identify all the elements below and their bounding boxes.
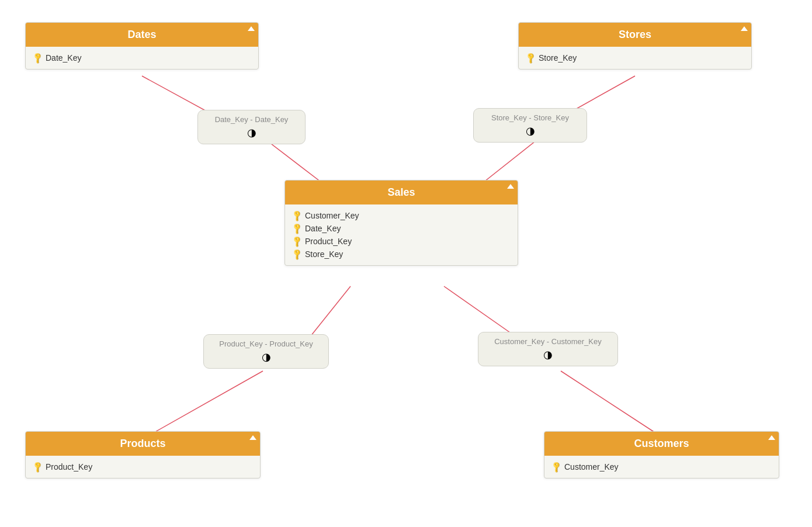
sales-productkey-label: Product_Key — [305, 237, 352, 246]
dates-field-datekey: 🔑 Date_Key — [33, 51, 251, 64]
productkey-relation-text: Product_Key - Product_Key — [213, 339, 319, 348]
products-table[interactable]: Products 🔑 Product_Key — [25, 431, 261, 479]
productkey-relation-label[interactable]: Product_Key - Product_Key ◑ — [203, 334, 329, 369]
key-icon: 🔑 — [550, 460, 563, 473]
sales-storekey-label: Store_Key — [305, 249, 343, 259]
sales-table[interactable]: Sales 🔑 Customer_Key 🔑 Date_Key 🔑 Produc… — [284, 180, 518, 266]
customers-table-header: Customers — [544, 432, 779, 456]
stores-table-header: Stores — [519, 23, 751, 47]
products-field-productkey: 🔑 Product_Key — [33, 460, 253, 473]
datekey-relation-text: Date_Key - Date_Key — [207, 115, 296, 124]
customerkey-relation-label[interactable]: Customer_Key - Customer_Key ◑ — [478, 332, 618, 366]
stores-title: Stores — [619, 29, 651, 40]
svg-line-6 — [146, 371, 263, 437]
key-icon: 🔑 — [524, 51, 537, 64]
diagram-container: Dates 🔑 Date_Key Stores 🔑 Store_Key Sale… — [0, 0, 812, 527]
datekey-relation-label[interactable]: Date_Key - Date_Key ◑ — [197, 110, 306, 144]
products-expand-icon — [249, 435, 256, 440]
products-title: Products — [120, 438, 165, 449]
products-table-body: 🔑 Product_Key — [26, 456, 260, 478]
products-table-header: Products — [26, 432, 260, 456]
stores-table-body: 🔑 Store_Key — [519, 47, 751, 69]
customers-field-label: Customer_Key — [564, 462, 619, 471]
sales-field-datekey: 🔑 Date_Key — [292, 222, 511, 235]
productkey-relation-icon: ◑ — [213, 351, 319, 363]
dates-field-label: Date_Key — [46, 53, 81, 63]
stores-table[interactable]: Stores 🔑 Store_Key — [518, 22, 752, 70]
svg-line-8 — [561, 371, 662, 437]
storekey-relation-text: Store_Key - Store_Key — [483, 113, 577, 122]
datekey-relation-icon: ◑ — [207, 126, 296, 139]
storekey-relation-label[interactable]: Store_Key - Store_Key ◑ — [473, 108, 587, 143]
key-icon: 🔑 — [290, 222, 303, 235]
key-icon: 🔑 — [290, 235, 303, 248]
dates-table-header: Dates — [26, 23, 258, 47]
dates-title: Dates — [127, 29, 156, 40]
sales-title: Sales — [387, 186, 415, 198]
customers-field-customerkey: 🔑 Customer_Key — [551, 460, 772, 473]
key-icon: 🔑 — [31, 460, 44, 473]
key-icon: 🔑 — [31, 51, 44, 64]
sales-table-header: Sales — [285, 181, 518, 204]
sales-field-storekey: 🔑 Store_Key — [292, 248, 511, 261]
customerkey-relation-text: Customer_Key - Customer_Key — [488, 337, 608, 346]
sales-datekey-label: Date_Key — [305, 224, 341, 233]
customers-table[interactable]: Customers 🔑 Customer_Key — [544, 431, 779, 479]
sales-field-customerkey: 🔑 Customer_Key — [292, 209, 511, 222]
sales-customerkey-label: Customer_Key — [305, 211, 359, 220]
customerkey-relation-icon: ◑ — [488, 348, 608, 361]
sales-expand-icon — [507, 184, 514, 189]
customers-table-body: 🔑 Customer_Key — [544, 456, 779, 478]
customers-title: Customers — [634, 438, 689, 449]
products-field-label: Product_Key — [46, 462, 92, 471]
dates-table-body: 🔑 Date_Key — [26, 47, 258, 69]
sales-field-productkey: 🔑 Product_Key — [292, 235, 511, 248]
sales-table-body: 🔑 Customer_Key 🔑 Date_Key 🔑 Product_Key … — [285, 204, 518, 265]
stores-field-label: Store_Key — [539, 53, 577, 63]
key-icon: 🔑 — [290, 248, 303, 261]
key-icon: 🔑 — [290, 209, 303, 222]
stores-expand-icon — [741, 26, 748, 31]
dates-table[interactable]: Dates 🔑 Date_Key — [25, 22, 259, 70]
customers-expand-icon — [768, 435, 775, 440]
stores-field-storekey: 🔑 Store_Key — [526, 51, 744, 64]
dates-expand-icon — [248, 26, 255, 31]
storekey-relation-icon: ◑ — [483, 124, 577, 137]
